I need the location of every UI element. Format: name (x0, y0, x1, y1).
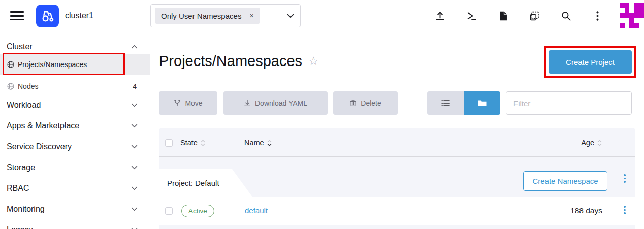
cluster-name: cluster1 (65, 11, 93, 20)
chevron-down-icon (131, 103, 138, 107)
hamburger-menu-icon[interactable] (10, 11, 24, 20)
project-group-kebab-icon[interactable] (621, 174, 629, 183)
sidebar: Cluster Projects/Namespaces Nodes 4 Work… (0, 31, 150, 229)
flat-list-view-button[interactable] (427, 91, 464, 115)
sidebar-group-label: RBAC (7, 184, 29, 193)
grouped-view-button[interactable] (464, 91, 500, 115)
chevron-down-icon[interactable] (287, 14, 294, 18)
import-yaml-icon[interactable] (433, 9, 447, 23)
top-bar: cluster1 Only User Namespaces × (0, 0, 644, 31)
sidebar-item-label: Nodes (18, 82, 38, 90)
folder-icon (478, 100, 487, 107)
sidebar-group-label: Legacy (7, 225, 33, 229)
sidebar-groups: Workload Apps & Marketplace Service Disc… (0, 94, 150, 229)
page-title: Projects/Namespaces (159, 53, 302, 70)
move-button[interactable]: Move (159, 91, 217, 115)
column-label: Age (581, 139, 594, 147)
search-icon[interactable] (559, 9, 573, 23)
sidebar-group-label: Service Discovery (7, 142, 72, 151)
sidebar-item-storage[interactable]: Storage (0, 157, 150, 178)
namespace-filter-dropdown[interactable]: Only User Namespaces × (150, 4, 301, 27)
chevron-up-icon (131, 45, 138, 49)
favorite-star-icon[interactable]: ☆ (308, 55, 319, 67)
column-header-name[interactable]: Name (244, 128, 272, 157)
sidebar-item-rbac[interactable]: RBAC (0, 178, 150, 199)
sort-icons (267, 140, 272, 146)
kubectl-shell-icon[interactable] (464, 9, 478, 23)
next-group-header-partial (159, 225, 635, 229)
table-header-row: State Name Age (159, 128, 635, 157)
chevron-down-icon (131, 166, 138, 170)
sidebar-item-workload[interactable]: Workload (0, 94, 150, 115)
remove-tag-icon[interactable]: × (249, 12, 253, 20)
project-group-label: Project: Default (167, 179, 219, 187)
tractor-icon (41, 9, 55, 23)
sidebar-item-legacy[interactable]: Legacy (0, 219, 150, 229)
namespace-link[interactable]: default (245, 206, 268, 215)
table-row: Active default 188 days (159, 197, 635, 225)
view-mode-toggle (427, 91, 500, 115)
project-group-header: Project: Default Create Namespace (159, 157, 635, 197)
create-project-button[interactable]: Create Project (549, 50, 632, 74)
sidebar-item-apps-marketplace[interactable]: Apps & Marketplace (0, 115, 150, 136)
user-avatar[interactable] (620, 3, 644, 28)
download-yaml-button-label: Download YAML (255, 99, 307, 107)
project-group-tab: Project: Default (159, 169, 252, 197)
globe-icon (7, 61, 14, 68)
sidebar-item-label: Projects/Namespaces (18, 60, 87, 69)
column-label: State (180, 139, 198, 147)
header-action-icons (433, 0, 604, 31)
chevron-down-icon (131, 186, 138, 190)
sort-icons (201, 140, 205, 146)
chevron-down-icon (131, 145, 138, 149)
sort-icons (597, 140, 602, 146)
filter-input[interactable] (506, 91, 632, 115)
sidebar-item-projects-namespaces[interactable]: Projects/Namespaces (0, 54, 150, 75)
sidebar-group-label: Storage (7, 163, 35, 172)
sidebar-section-cluster[interactable]: Cluster (0, 38, 150, 56)
column-header-state[interactable]: State (180, 128, 205, 157)
sidebar-group-label: Monitoring (7, 205, 45, 214)
move-fork-icon (174, 100, 181, 107)
column-header-age[interactable]: Age (581, 128, 602, 157)
column-label: Name (244, 139, 264, 147)
create-namespace-button[interactable]: Create Namespace (523, 171, 607, 191)
row-age: 188 days (570, 206, 602, 215)
delete-button-label: Delete (361, 99, 381, 107)
main-content: Projects/Namespaces ☆ Create Project Mov… (150, 31, 644, 229)
sidebar-item-nodes[interactable]: Nodes 4 (0, 77, 150, 95)
sidebar-item-service-discovery[interactable]: Service Discovery (0, 136, 150, 157)
nodes-count-badge: 4 (133, 82, 137, 90)
sidebar-group-label: Apps & Marketplace (7, 121, 79, 130)
chevron-down-icon (131, 207, 138, 211)
download-icon (244, 100, 251, 107)
cluster-manager-logo[interactable] (36, 5, 59, 27)
namespaces-table: State Name Age (159, 128, 635, 229)
trash-icon (349, 100, 357, 107)
sidebar-section-label: Cluster (7, 42, 33, 51)
sidebar-item-monitoring[interactable]: Monitoring (0, 199, 150, 219)
delete-button[interactable]: Delete (333, 91, 398, 115)
sidebar-group-label: Workload (7, 101, 41, 110)
more-menu-icon[interactable] (590, 9, 604, 23)
status-badge: Active (181, 205, 214, 217)
kubeconfig-file-icon[interactable] (496, 9, 510, 23)
row-kebab-icon[interactable] (621, 206, 629, 214)
namespace-filter-tag-label: Only User Namespaces (161, 12, 241, 20)
download-yaml-button[interactable]: Download YAML (223, 91, 328, 115)
globe-icon (7, 83, 14, 90)
chevron-down-icon (131, 124, 138, 128)
copy-kubeconfig-icon[interactable] (527, 9, 541, 23)
list-icon (441, 100, 450, 107)
row-checkbox[interactable] (165, 207, 173, 215)
namespace-filter-tag: Only User Namespaces × (155, 8, 260, 24)
select-all-checkbox[interactable] (165, 139, 173, 147)
bulk-action-toolbar: Move Download YAML Delete (159, 91, 398, 115)
move-button-label: Move (185, 99, 202, 107)
